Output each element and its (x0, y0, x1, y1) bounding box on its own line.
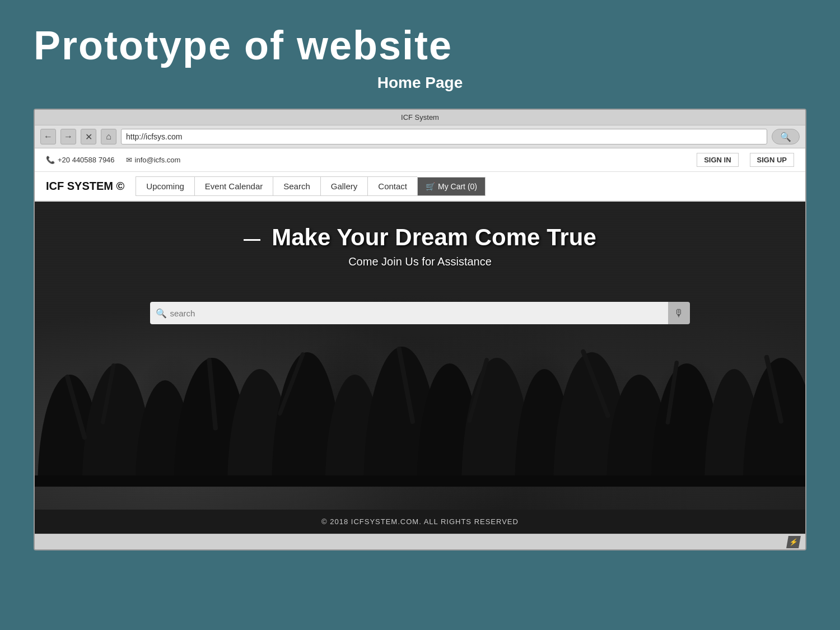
browser-search-button[interactable]: 🔍 (772, 129, 800, 144)
browser-toolbar: ← → ✕ ⌂ 🔍 (35, 125, 805, 148)
mic-button[interactable]: 🎙 (668, 302, 689, 324)
hero-decorative-line (244, 239, 260, 241)
hero-subtitle: Come Join Us for Assistance (46, 255, 794, 268)
website-footer: © 2018 ICFSYSTEM.COM. ALL RIGHTS RESERVE… (35, 510, 805, 534)
hero-title: Make Your Dream Come True (272, 224, 596, 251)
url-bar[interactable] (121, 129, 767, 144)
hero-text-area: Make Your Dream Come True Come Join Us f… (35, 202, 805, 296)
page-subtitle: Home Page (34, 74, 806, 92)
mic-icon: 🎙 (674, 307, 684, 319)
hero-search-input[interactable] (150, 302, 668, 324)
nav-search[interactable]: Search (273, 176, 320, 196)
cart-label: My Cart (0) (438, 182, 477, 191)
email-address: info@icfs.com (135, 156, 181, 164)
browser-window: ICF System ← → ✕ ⌂ 🔍 📞 +20 440588 7946 ✉… (34, 109, 806, 550)
top-bar: 📞 +20 440588 7946 ✉ info@icfs.com SIGN I… (35, 148, 805, 172)
cart-icon: 🛒 (426, 182, 435, 191)
signin-button[interactable]: SIGN IN (697, 153, 738, 167)
footer-text: © 2018 ICFSYSTEM.COM. ALL RIGHTS RESERVE… (321, 517, 519, 526)
nav-bar: ICF SYSTEM © Upcoming Event Calendar Sea… (35, 172, 805, 202)
phone-info: 📞 +20 440588 7946 (46, 156, 115, 164)
email-icon: ✉ (126, 156, 132, 164)
nav-event-calendar[interactable]: Event Calendar (194, 176, 273, 196)
signup-button[interactable]: SIGN UP (750, 153, 794, 167)
nav-contact[interactable]: Contact (367, 176, 417, 196)
browser-titlebar: ICF System (35, 110, 805, 125)
site-logo: ICF SYSTEM © (46, 180, 124, 193)
home-button[interactable]: ⌂ (101, 129, 116, 144)
page-title: Prototype of website (34, 22, 806, 68)
nav-cart[interactable]: 🛒 My Cart (0) (417, 177, 486, 196)
nav-gallery[interactable]: Gallery (320, 176, 368, 196)
svg-rect-25 (35, 475, 805, 487)
nav-upcoming[interactable]: Upcoming (136, 176, 194, 196)
forward-button[interactable]: → (60, 129, 76, 144)
phone-icon: 📞 (46, 156, 55, 164)
hero-search-wrapper: 🔍 🎙 (150, 302, 689, 324)
svg-point-15 (743, 358, 805, 487)
website-content: 📞 +20 440588 7946 ✉ info@icfs.com SIGN I… (35, 148, 805, 534)
phone-number: +20 440588 7946 (58, 156, 115, 164)
browser-plugin-icon: ⚡ (786, 536, 801, 548)
browser-bottom-bar: ⚡ (35, 534, 805, 549)
search-icon: 🔍 (156, 308, 167, 319)
back-button[interactable]: ← (40, 129, 56, 144)
email-info: ✉ info@icfs.com (126, 156, 181, 164)
close-button[interactable]: ✕ (81, 129, 96, 144)
nav-links: Upcoming Event Calendar Search Gallery C… (136, 176, 486, 196)
hero-section: Make Your Dream Come True Come Join Us f… (35, 202, 805, 510)
